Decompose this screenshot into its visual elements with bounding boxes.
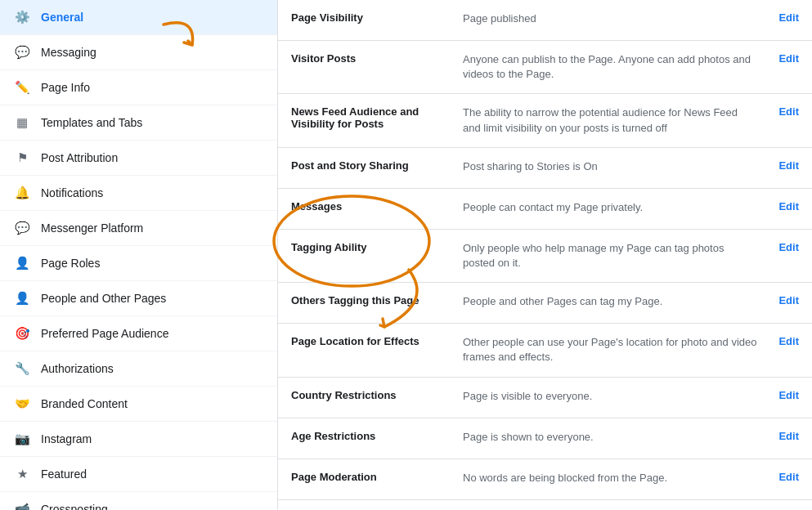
settings-row: News Feed Audience and Visibility for Po… [278, 94, 812, 147]
sidebar-item-general[interactable]: ⚙️General [0, 0, 277, 35]
row-desc: Page is shown to everyone. [463, 430, 758, 445]
sidebar-item-branded-content[interactable]: 🤝Branded Content [0, 387, 277, 422]
sidebar-label-notifications: Notifications [41, 186, 103, 199]
sidebar-item-page-roles[interactable]: 👤Page Roles [0, 246, 277, 281]
settings-row: Page Location for EffectsOther people ca… [278, 324, 812, 377]
row-label: Page Visibility [291, 11, 463, 24]
row-edit[interactable]: Edit [758, 241, 799, 253]
row-edit[interactable]: Edit [758, 471, 799, 483]
settings-row: Page ModerationNo words are being blocke… [278, 459, 812, 500]
row-desc: People can contact my Page privately. [463, 200, 758, 215]
sidebar-item-authorizations[interactable]: 🔧Authorizations [0, 351, 277, 387]
row-edit[interactable]: Edit [758, 430, 799, 442]
main-content: Page VisibilityPage publishedEditVisitor… [278, 0, 812, 510]
row-label: Page Moderation [291, 471, 463, 483]
edit-link[interactable]: Edit [778, 241, 799, 253]
sidebar-label-general: General [41, 11, 83, 24]
sidebar: ⚙️General💬Messaging✏️Page Info▦Templates… [0, 0, 278, 510]
sidebar-item-featured[interactable]: ★Featured [0, 457, 277, 492]
row-label: Tagging Ability [291, 241, 463, 253]
row-edit[interactable]: Edit [758, 159, 799, 172]
row-desc: Post sharing to Stories is On [463, 159, 758, 174]
row-label: Visitor Posts [291, 52, 463, 65]
sidebar-label-messenger-platform: Messenger Platform [41, 221, 143, 235]
settings-row: Age RestrictionsPage is shown to everyon… [278, 418, 812, 459]
sidebar-item-people-other-pages[interactable]: 👤People and Other Pages [0, 281, 277, 316]
settings-row: Country RestrictionsPage is visible to e… [278, 378, 812, 418]
sidebar-item-post-attribution[interactable]: ⚑Post Attribution [0, 141, 277, 176]
sidebar-icon-templates-tabs: ▦ [13, 114, 31, 132]
edit-link[interactable]: Edit [778, 11, 799, 24]
sidebar-item-messaging[interactable]: 💬Messaging [0, 35, 277, 70]
row-edit[interactable]: Edit [758, 335, 799, 347]
row-desc: The ability to narrow the potential audi… [463, 105, 758, 135]
sidebar-label-post-attribution: Post Attribution [41, 151, 118, 164]
sidebar-item-preferred-page-audience[interactable]: 🎯Preferred Page Audience [0, 316, 277, 351]
row-desc: Anyone can publish to the Page. Anyone c… [463, 52, 758, 82]
sidebar-label-templates-tabs: Templates and Tabs [41, 116, 142, 129]
sidebar-icon-people-other-pages: 👤 [13, 289, 31, 307]
sidebar-label-crossposting: Crossposting [41, 503, 108, 510]
edit-link[interactable]: Edit [778, 471, 799, 483]
row-label: Post and Story Sharing [291, 159, 463, 172]
edit-link[interactable]: Edit [778, 105, 799, 118]
row-desc: Other people can use your Page's locatio… [463, 335, 758, 365]
edit-link[interactable]: Edit [778, 200, 799, 212]
sidebar-label-featured: Featured [41, 468, 87, 481]
edit-link[interactable]: Edit [778, 335, 799, 347]
sidebar-icon-messenger-platform: 💬 [13, 219, 31, 237]
sidebar-icon-preferred-page-audience: 🎯 [13, 324, 31, 342]
row-desc: Page published [463, 11, 758, 26]
settings-row: Others Tagging this PagePeople and other… [278, 283, 812, 324]
sidebar-icon-instagram: 📷 [13, 430, 31, 448]
settings-row: Visitor PostsAnyone can publish to the P… [278, 41, 812, 94]
settings-row: Tagging AbilityOnly people who help mana… [278, 230, 812, 283]
row-label: Messages [291, 200, 463, 212]
row-desc: People and other Pages can tag my Page. [463, 294, 758, 309]
sidebar-label-instagram: Instagram [41, 432, 92, 445]
sidebar-icon-branded-content: 🤝 [13, 395, 31, 413]
sidebar-icon-crossposting: 📹 [13, 500, 31, 510]
sidebar-label-branded-content: Branded Content [41, 397, 128, 410]
row-desc: No words are being blocked from the Page… [463, 471, 758, 485]
row-label: Others Tagging this Page [291, 294, 463, 306]
sidebar-label-page-roles: Page Roles [41, 257, 100, 270]
edit-link[interactable]: Edit [778, 389, 799, 401]
sidebar-label-messaging: Messaging [41, 46, 96, 59]
sidebar-item-page-info[interactable]: ✏️Page Info [0, 70, 277, 105]
settings-row: MessagesPeople can contact my Page priva… [278, 189, 812, 230]
row-desc: Page is visible to everyone. [463, 389, 758, 404]
sidebar-item-templates-tabs[interactable]: ▦Templates and Tabs [0, 105, 277, 141]
row-edit[interactable]: Edit [758, 294, 799, 306]
row-label: Age Restrictions [291, 430, 463, 442]
sidebar-item-instagram[interactable]: 📷Instagram [0, 422, 277, 457]
edit-link[interactable]: Edit [778, 430, 799, 442]
row-edit[interactable]: Edit [758, 11, 799, 24]
sidebar-icon-featured: ★ [13, 465, 31, 483]
sidebar-item-notifications[interactable]: 🔔Notifications [0, 176, 277, 211]
edit-link[interactable]: Edit [778, 159, 799, 172]
settings-row: Post and Story SharingPost sharing to St… [278, 148, 812, 189]
row-edit[interactable]: Edit [758, 52, 799, 65]
sidebar-label-preferred-page-audience: Preferred Page Audience [41, 327, 168, 340]
sidebar-icon-page-info: ✏️ [13, 78, 31, 96]
edit-link[interactable]: Edit [778, 294, 799, 306]
row-edit[interactable]: Edit [758, 389, 799, 401]
sidebar-icon-post-attribution: ⚑ [13, 149, 31, 167]
row-label: News Feed Audience and Visibility for Po… [291, 105, 463, 130]
sidebar-item-crossposting[interactable]: 📹Crossposting [0, 492, 277, 510]
edit-link[interactable]: Edit [778, 52, 799, 65]
row-edit[interactable]: Edit [758, 200, 799, 212]
settings-row: Profanity FilterTurned offEdit [278, 500, 812, 511]
settings-row: Page VisibilityPage publishedEdit [278, 0, 812, 41]
sidebar-label-page-info: Page Info [41, 81, 90, 94]
sidebar-icon-notifications: 🔔 [13, 184, 31, 202]
sidebar-icon-authorizations: 🔧 [13, 360, 31, 378]
row-label: Page Location for Effects [291, 335, 463, 347]
row-label: Country Restrictions [291, 389, 463, 401]
sidebar-label-authorizations: Authorizations [41, 362, 114, 375]
sidebar-icon-messaging: 💬 [13, 43, 31, 61]
sidebar-item-messenger-platform[interactable]: 💬Messenger Platform [0, 211, 277, 246]
sidebar-icon-page-roles: 👤 [13, 254, 31, 272]
row-edit[interactable]: Edit [758, 105, 799, 118]
